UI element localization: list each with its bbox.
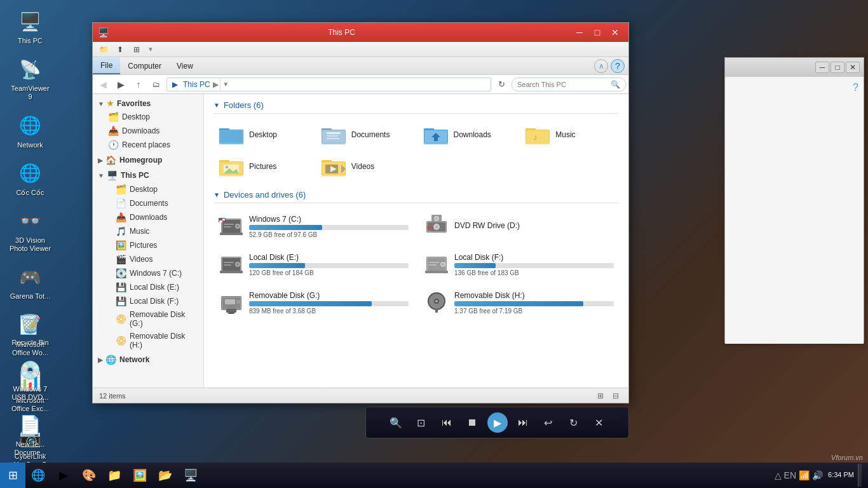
taskbar-app2-icon[interactable]: 🖥️ — [178, 463, 203, 488]
drive-item-h[interactable]: Removable Disk (H:) 1.37 GB free of 7.19… — [419, 286, 619, 319]
sidebar-item-desktop-fav[interactable]: 🗂️ Desktop — [93, 110, 203, 124]
desktop-icon-teamviewer[interactable]: 📡 TeamViewer 9 — [6, 54, 54, 104]
search-input[interactable] — [517, 81, 611, 88]
quick-up-btn[interactable]: ⬆ — [113, 43, 127, 56]
desktop-icon-recycle[interactable]: 🗑️ Recycle Bin — [6, 308, 54, 349]
sidebar-item-music-pc[interactable]: 🎵 Music — [93, 224, 203, 238]
media-prev-btn[interactable]: ⏮ — [437, 412, 457, 433]
folder-item-music[interactable]: ♪ Music — [520, 120, 619, 149]
desktop-icon-coccoc[interactable]: 🌐 Cốc Cốc — [6, 158, 54, 200]
sidebar-item-videos-pc[interactable]: 🎬 Videos — [93, 252, 203, 266]
sidebar-homegroup-header[interactable]: ▶ 🏠 Homegroup — [93, 153, 203, 167]
media-close-btn[interactable]: ✕ — [589, 412, 609, 433]
media-search-btn[interactable]: 🔍 — [386, 412, 406, 433]
sidebar-network-header[interactable]: ▶ 🌐 Network — [93, 353, 203, 367]
tray-up-icon[interactable]: △ — [775, 470, 782, 480]
start-button[interactable]: ⊞ — [0, 463, 25, 488]
bg-maximize-btn[interactable]: □ — [831, 62, 844, 73]
drive-item-e[interactable]: Local Disk (E:) 120 GB free of 184 GB — [214, 248, 414, 281]
desktop-pc-icon: 🗂️ — [116, 184, 126, 194]
media-next-btn[interactable]: ⏭ — [513, 412, 533, 433]
folders-collapse-icon[interactable]: ▼ — [214, 102, 220, 109]
quick-folder-btn[interactable]: 📁 — [97, 43, 111, 56]
large-icons-view-button[interactable]: ⊟ — [609, 390, 622, 402]
sidebar-item-removable-h[interactable]: 📀 Removable Disk (H:) — [93, 330, 203, 351]
refresh-button[interactable]: ↻ — [494, 77, 509, 92]
path-dropdown[interactable]: ▼ — [220, 78, 231, 92]
drives-collapse-icon[interactable]: ▼ — [214, 191, 220, 198]
desktop-icon-win7usb[interactable]: 💿 Windows 7 USB DVD... — [6, 355, 54, 404]
collapse-ribbon-btn[interactable]: ∧ — [594, 59, 608, 73]
drive-d-info: DVD RW Drive (D:) — [454, 221, 614, 231]
taskbar-photos-icon[interactable]: 🖼️ — [127, 463, 153, 488]
media-rewind-btn[interactable]: ↩ — [538, 412, 559, 433]
folder-item-downloads[interactable]: Downloads — [418, 120, 517, 149]
minimize-button[interactable]: ─ — [571, 26, 588, 39]
desktop-icon-network[interactable]: 🌐 Network — [6, 111, 54, 152]
help-button[interactable]: ? — [611, 59, 625, 73]
sidebar-item-windows-c[interactable]: 💽 Windows 7 (C:) — [93, 266, 203, 280]
sidebar-item-documents-pc[interactable]: 📄 Documents — [93, 196, 203, 210]
taskbar-files-icon[interactable]: 📁 — [102, 463, 127, 488]
quick-properties-btn[interactable]: ⊞ — [130, 43, 144, 56]
path-root[interactable]: ▶ — [171, 80, 179, 89]
sidebar-item-local-e[interactable]: 💾 Local Disk (E:) — [93, 280, 203, 294]
menu-view[interactable]: View — [169, 57, 201, 74]
bg-minimize-btn[interactable]: ─ — [815, 62, 829, 73]
desktop-icon-newtext[interactable]: 📄 New Te... Docume... — [6, 410, 54, 459]
local-e-label: Local Disk (E:) — [130, 283, 179, 292]
svg-rect-81 — [228, 313, 234, 314]
drive-item-d[interactable]: DVD RW DVD RW Drive (D:) — [419, 210, 619, 243]
sidebar-thispc-header[interactable]: ▼ 🖥️ This PC — [93, 168, 203, 182]
media-play-btn[interactable]: ▶ — [487, 412, 508, 433]
sidebar-item-recent[interactable]: 🕐 Recent places — [93, 138, 203, 152]
maximize-button[interactable]: □ — [589, 26, 606, 39]
up-button[interactable]: ↑ — [131, 77, 146, 92]
garena-icon: 🎮 — [18, 264, 43, 290]
tray-network-icon[interactable]: 📶 — [799, 470, 810, 480]
desktop-icon-this-pc[interactable]: 🖥️ This PC — [6, 6, 54, 48]
bg-close-btn[interactable]: ✕ — [846, 62, 860, 73]
media-playlist-btn[interactable]: ⊡ — [411, 412, 431, 433]
taskbar-paint-icon[interactable]: 🎨 — [76, 463, 102, 488]
sidebar-item-pictures-pc[interactable]: 🖼️ Pictures — [93, 238, 203, 252]
desktop-icon-3dvision[interactable]: 👓 3D Vision Photo Viewer — [6, 206, 54, 255]
clock[interactable]: 6:34 PM — [828, 470, 854, 480]
music-folder-label: Music — [555, 130, 575, 139]
sidebar-favorites-header[interactable]: ▼ ★ Favorites — [93, 97, 203, 110]
sidebar-item-desktop-pc[interactable]: 🗂️ Desktop — [93, 182, 203, 196]
local-f-icon: 💾 — [116, 296, 126, 306]
quick-access-toolbar: 📁 ⬆ ⊞ ▼ — [93, 42, 628, 57]
sidebar-item-removable-g[interactable]: 📀 Removable Disk (G:) — [93, 308, 203, 330]
details-view-button[interactable]: ⊞ — [594, 390, 607, 402]
close-button[interactable]: ✕ — [607, 26, 623, 39]
drive-item-g[interactable]: Removable Disk (G:) 839 MB free of 3.68 … — [214, 286, 414, 319]
folder-item-desktop[interactable]: Desktop — [214, 120, 313, 149]
folder-item-videos[interactable]: Videos — [316, 152, 415, 180]
tray-lang-icon[interactable]: EN — [784, 470, 796, 480]
media-stop-btn[interactable]: ⏹ — [462, 412, 482, 433]
path-this-pc[interactable]: This PC — [182, 80, 212, 89]
folder-item-pictures[interactable]: Pictures — [214, 152, 313, 180]
folder-item-documents[interactable]: Documents — [316, 120, 415, 149]
sidebar-item-downloads-fav[interactable]: 📥 Downloads — [93, 124, 203, 138]
menu-file[interactable]: File — [93, 57, 120, 74]
address-path[interactable]: ▶ This PC ▶ ▼ — [166, 78, 491, 92]
menu-computer[interactable]: Computer — [120, 57, 169, 74]
search-box[interactable]: 🔍 — [512, 78, 626, 92]
recent-locations-button[interactable]: 🗂 — [149, 77, 164, 92]
taskbar-media-icon[interactable]: ▶ — [51, 463, 76, 488]
taskbar-explorer-icon[interactable]: 📂 — [153, 463, 178, 488]
back-button[interactable]: ◀ — [95, 77, 111, 92]
quick-dropdown-arrow[interactable]: ▼ — [147, 46, 154, 53]
drive-item-c[interactable]: Windows 7 (C:) 52.9 GB free of 97.6 GB — [214, 210, 414, 243]
sidebar-item-local-f[interactable]: 💾 Local Disk (F:) — [93, 294, 203, 308]
show-desktop-btn[interactable] — [858, 464, 862, 487]
sidebar-item-downloads-pc[interactable]: 📥 Downloads — [93, 210, 203, 224]
taskbar-ie-icon[interactable]: 🌐 — [25, 463, 51, 488]
forward-button[interactable]: ▶ — [113, 77, 128, 92]
tray-volume-icon[interactable]: 🔊 — [812, 470, 823, 480]
media-forward-btn[interactable]: ↻ — [564, 412, 584, 433]
desktop-icon-garena[interactable]: 🎮 Garena Tot... — [6, 262, 54, 303]
drive-item-f[interactable]: Local Disk (F:) 136 GB free of 183 GB — [419, 248, 619, 281]
